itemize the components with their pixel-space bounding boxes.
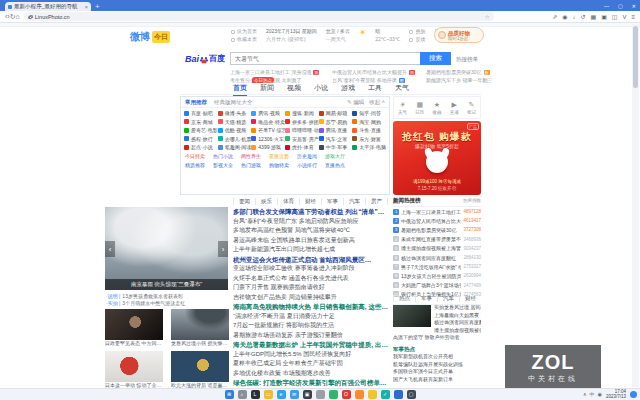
set-home-link[interactable]: 设为首页 (231, 28, 257, 34)
news-headline[interactable]: 暑期旅游市场强劲复苏 亲子游预订量翻倍 (233, 331, 390, 341)
ranking-row[interactable]: 3 暑期档电影票房突破30亿 3727308 (393, 225, 481, 234)
right-panel-tab[interactable]: 军事 (415, 295, 437, 302)
video-thumbnail[interactable] (393, 305, 431, 327)
military-news-item[interactable]: 航母编队赴远海开展实战化训练 (393, 361, 481, 369)
site-link[interactable]: 芒果TV·综艺 (251, 127, 285, 133)
ranking-row[interactable]: 6 杨过饰演者回应再度翻红 2884130 (393, 253, 481, 262)
taskbar-app-icon[interactable] (329, 390, 338, 399)
quick-category-link[interactable]: 两性养生 (241, 153, 261, 159)
panel-footer-tab[interactable]: 购物特卖 (269, 162, 289, 168)
taskbar-app-icon[interactable]: O (342, 390, 351, 399)
news-headline[interactable]: 上半年GDP同比增长5.5% 国民经济恢复向好 (233, 350, 390, 360)
address-bar[interactable]: LinuxPhoto.cn ☆ (24, 12, 494, 21)
toolbar-extension-icon[interactable]: V (622, 14, 626, 20)
video-news-item[interactable]: 实拍龙卷风过境 居民楼受损严重 (434, 304, 481, 312)
taskbar-clock[interactable]: 17:04 2023/7/13 (606, 389, 626, 399)
right-panel-tab[interactable]: 热点 (393, 295, 415, 302)
taskbar-app-icon[interactable]: ⊞ (225, 390, 234, 399)
site-link[interactable]: 腾讯·直播 (319, 127, 353, 133)
tray-icon[interactable]: 中 (590, 391, 595, 397)
news-tab[interactable]: 体育 (277, 198, 299, 205)
site-link[interactable]: 斗鱼·直播 (352, 127, 386, 133)
hot-search-item[interactable]: 中俄边贸人民币结算占比大幅提升 热 (332, 69, 422, 75)
panel-footer-tab[interactable]: 直播热点 (325, 162, 345, 168)
news-headline[interactable]: 海关总署最新数据出炉 上半年我国外贸稳中提质, 出口… (233, 340, 390, 350)
tab-close-icon[interactable]: × (85, 4, 88, 10)
news-headline[interactable]: 绿色低碳: 打造数字经济发展新引擎的百强公司榜单揭晓 (233, 378, 390, 388)
portal-logo[interactable]: 微博 今日 (130, 30, 170, 44)
toolbar-extension-icon[interactable]: ⇗ (552, 13, 557, 20)
hot-search-item[interactable]: 新能源汽车下乡 销量一年翻三倍 荐 (426, 77, 492, 83)
search-input[interactable] (230, 52, 420, 65)
news-headline[interactable]: 7月起一批新规施行 将影响你我的生活 (233, 321, 390, 331)
new-tab-button[interactable]: + (95, 2, 100, 11)
news-headline[interactable]: 吉祥物文创产品热卖 周边销量持续攀升 (233, 293, 390, 303)
taskbar-app-icon[interactable]: ✓ (381, 390, 390, 399)
site-link[interactable]: 苏宁·易购 (319, 119, 353, 125)
news-headline[interactable]: 火炬手名单正式公布 涵盖各行各业先进代表 (233, 274, 390, 284)
taskbar-app-icon[interactable]: ▣ (303, 390, 312, 399)
taskbar-app-icon[interactable]: ▢ (407, 390, 416, 399)
hot-ranking-link[interactable]: 热搜榜单 (456, 56, 478, 63)
site-link[interactable]: 唯品会·特卖 (251, 119, 285, 125)
news-photo[interactable] (171, 351, 229, 382)
site-link[interactable]: 笔趣阁·阅读 (218, 144, 252, 150)
video-news-item[interactable]: 杨过饰演者回应再度翻红 (434, 319, 481, 327)
news-carousel[interactable]: ‹ › 南京暴雨 街头惊现“三叠瀑布” (105, 207, 228, 290)
toolbar-extension-icon[interactable]: ▣ (601, 13, 607, 20)
site-link[interactable]: 天猫·精选 (218, 119, 252, 125)
ranking-row[interactable]: 4 未成年网红直播带货屡禁不止 “谁… 3468936 (393, 235, 481, 244)
quick-category-link[interactable]: 热门小说 (213, 153, 233, 159)
site-link[interactable]: 腾讯·视频 (251, 110, 285, 116)
news-tab[interactable]: 军事 (321, 198, 343, 205)
toolbar-extension-icon[interactable]: ↓ (572, 14, 575, 20)
bullet-news-item[interactable]: ·实拍 | 3个月萌娃水中憋气游泳走红 (106, 300, 228, 307)
military-news-item[interactable]: 多国联合军演今日正式开幕 (393, 368, 481, 376)
page-scrollbar[interactable] (632, 24, 639, 387)
site-link[interactable]: 虎扑·体育 (285, 144, 319, 150)
news-headline[interactable]: 多部门联合发文保障高温下劳动者权益 列出“清单”… (233, 207, 390, 217)
window-control-icon[interactable]: — (604, 3, 609, 9)
site-link[interactable]: 去哪儿·机票 (218, 136, 252, 142)
military-news-item[interactable]: 国产大飞机再获百架新订单 (393, 376, 481, 384)
site-link[interactable]: 安居客·房产 (285, 136, 319, 142)
site-link[interactable]: 京东·商城 (184, 119, 218, 125)
news-photo[interactable] (105, 351, 163, 382)
site-link[interactable]: 微博·头条 (218, 110, 252, 116)
taskbar-app-icon[interactable] (355, 390, 364, 399)
url-text[interactable]: LinuxPhoto.cn (35, 14, 70, 20)
photo-news-item[interactable]: 欧元大涨的背后 谁是赢家… (171, 351, 229, 388)
taskbar-app-icon[interactable] (394, 390, 403, 399)
site-link[interactable]: 百度·贴吧 (184, 110, 218, 116)
video-news-item[interactable]: 上海暴雨白天如黑夜 市民涉水出行 (434, 312, 481, 320)
ranking-row[interactable]: 9 大妈跳广场舞占3个篮球场引冲突… 2477499 (393, 281, 481, 290)
site-link[interactable]: 4399·游戏 (251, 144, 285, 150)
toolbar-extension-icon[interactable]: ↺ (580, 13, 585, 20)
site-link[interactable]: 淘宝·网购 (352, 119, 386, 125)
search-button[interactable]: 搜索 (420, 52, 451, 65)
right-panel-tab[interactable]: 汽车 (437, 295, 459, 302)
video-news-item[interactable]: 高温下的坚守 致敬户外劳动者 (393, 334, 481, 342)
news-headline[interactable]: 上半年新能源汽车出口同比增长超七成 (233, 245, 390, 255)
toolbar-extension-icon[interactable]: ◫ (612, 13, 618, 20)
taskbar-app-icon[interactable]: L (251, 390, 260, 399)
tray-icon[interactable]: ∧ (583, 391, 587, 397)
quick-icon-item[interactable]: ✎ 笔记 (463, 97, 480, 118)
hot-search-item[interactable]: 上海一家三口凌晨工地打工 浑身湿透 热 (230, 69, 328, 75)
toolbar-extension-icon[interactable]: ≡ (631, 14, 635, 20)
carousel-prev-icon[interactable]: ‹ (105, 241, 115, 257)
promo-badge[interactable]: 品质好物 限时1折起 (434, 27, 484, 43)
site-link[interactable]: 起点·小说 (184, 144, 218, 150)
site-link[interactable]: 携程·旅行 (184, 136, 218, 142)
video-news-item[interactable]: 博主摆拍虚假视频被行拘 (434, 327, 481, 335)
news-headline[interactable]: 夏粮丰收已成定局 全年粮食生产基础牢固 (233, 359, 390, 369)
news-tab[interactable]: 要闻 (233, 198, 255, 205)
ranking-row[interactable]: 8 13岁女孩天台轻生被消防员救回 2630994 (393, 271, 481, 280)
news-headline[interactable]: 多地优化楼市政策 市场预期逐步改善 (233, 369, 390, 379)
bullet-news-item[interactable]: ·说明 | 13岁男孩勇救落水者获表彰 (106, 293, 228, 300)
ranking-row[interactable]: 2 中俄边贸人民币结算占比大幅提升 4613417 (393, 216, 481, 225)
bookmark-star-icon[interactable]: ☆ (485, 14, 490, 20)
browser-tab[interactable]: 最新小程序_最好用的导航 × (5, 2, 91, 11)
news-headline[interactable]: “清凉经济”不断升温 夏日消费活力十足 (233, 312, 390, 322)
news-headline[interactable]: 台风“泰利”今夜登陆广东 多地启动防风应急响应 (233, 217, 390, 227)
